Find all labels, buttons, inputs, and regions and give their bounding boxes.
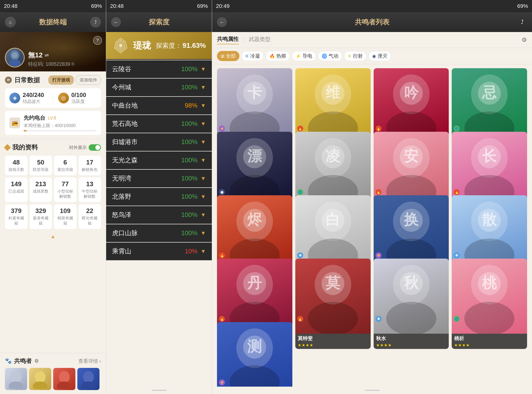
stats-grid-2: 149 已达成就 213 成就星数 77 小型信标解锁数 13 中型信标解锁数: [5, 177, 101, 202]
tab-resonance-attr[interactable]: 共鸣属性: [217, 35, 239, 44]
attr-badge-10: ⚡: [376, 252, 382, 258]
crystal-value: 240/240: [23, 92, 44, 98]
share-button-1[interactable]: ⤴: [90, 17, 101, 28]
dark-icon: ◉: [372, 53, 376, 59]
resonator-stars-14: ★★★★: [376, 343, 447, 347]
resonator-info-14: 秋水 ★★★★: [374, 334, 449, 349]
resonator-thumb-1[interactable]: [29, 368, 51, 390]
star-icon: ★: [388, 343, 391, 347]
expl-item-huangshi[interactable]: 荒石高地 100% ▼: [106, 115, 212, 133]
expand-indicator[interactable]: ▲: [5, 231, 101, 242]
expl-item-pct-5: 100%: [181, 156, 198, 164]
expl-item-beiluo[interactable]: 北落野 100% ▼: [106, 188, 212, 206]
star-icon: ★: [310, 343, 313, 347]
profile-section: 我的资料 对外展示 48 游戏天数 50 联觉等级 6 索拉等级 17 解锁: [0, 139, 106, 353]
scroll-indicator-2: [106, 387, 212, 394]
expl-item-name-8: 怒鸟泽: [112, 211, 131, 219]
resonator-portrait-15: 桃 🌀: [452, 259, 527, 334]
expl-item-chengxiao[interactable]: 乘霄山 10% ▼: [106, 243, 212, 260]
resonators-header: 🐾 共鸣者 ⚙ 查看详情 ›: [5, 357, 101, 365]
back-button-2[interactable]: ←: [111, 17, 121, 27]
stat-days-label: 游戏天数: [7, 167, 26, 172]
resonator-grid: 卡 ⚡ 卡卡罗 ★★★★★ 维 🔥 维里奈 ★★★★★: [212, 64, 532, 387]
help-button[interactable]: ?: [93, 36, 102, 45]
home-button[interactable]: ⌂: [5, 17, 16, 28]
expl-item-name-7: 北落野: [112, 192, 131, 201]
expl-item-jinzhou[interactable]: 今州城 100% ▼: [106, 79, 212, 96]
attr-filter-ray[interactable]: ✦ 衍射: [344, 51, 366, 61]
attr-badge-4: ◉: [219, 189, 225, 195]
resonator-name-13: 莫特斐: [298, 335, 368, 342]
settings-gear-icon[interactable]: ⚙: [522, 36, 527, 43]
radio-name: 先约电台: [24, 114, 45, 122]
attr-badge-13: 🔥: [297, 316, 303, 322]
add-widget-button[interactable]: 添加组件: [76, 75, 101, 85]
up-chevron-icon[interactable]: ▲: [48, 233, 58, 239]
scroll-indicator-3: [212, 387, 532, 394]
open-game-button[interactable]: 打开游戏: [48, 75, 74, 85]
svg-text:长: 长: [482, 148, 497, 164]
stat-card-box3: 109 精密奇藏箱: [54, 204, 77, 229]
panel2-header: ← 探索度: [106, 12, 212, 32]
expl-item-hukou[interactable]: 虎口山脉 100% ▼: [106, 224, 212, 242]
expl-item-name-3: 荒石高地: [112, 119, 138, 128]
stat-card-box1: 379 朴素奇藏箱: [5, 204, 28, 229]
resonator-gear-icon[interactable]: ⚙: [34, 358, 39, 364]
chevron-down-icon-0: ▼: [200, 66, 206, 72]
star-icon: ★: [380, 343, 383, 347]
attr-filter-cold[interactable]: ❄ 冷凝: [241, 51, 264, 61]
toggle-label: 对外展示: [69, 145, 87, 150]
star-icon: ★: [376, 343, 380, 347]
chevron-down-icon-3: ▼: [200, 121, 206, 127]
status-bar-3: 20:49 69%: [212, 0, 532, 12]
attr-filter-heat[interactable]: 🔥 热熔: [266, 51, 290, 61]
resonator-card-14[interactable]: 秋 ❄ 秋水 ★★★★: [374, 259, 449, 349]
resonator-thumb-2[interactable]: [53, 368, 75, 390]
attr-filter-dark[interactable]: ◉ 湮灭: [368, 51, 391, 61]
attr-badge-1: 🔥: [297, 126, 303, 131]
stat-achieve-value: 149: [7, 180, 26, 188]
attr-filter-elec[interactable]: ⚡ 导电: [292, 51, 316, 61]
resonator-thumb-3[interactable]: [77, 368, 100, 390]
chevron-down-icon-1: ▼: [200, 84, 206, 91]
activity-label: 活跃度: [71, 98, 86, 104]
resonators-detail-link[interactable]: 查看详情 ›: [78, 358, 101, 364]
svg-text:换: 换: [404, 211, 419, 228]
resonator-card-16[interactable]: 测 ⚡ 测武 ★★★★: [217, 322, 292, 387]
expl-item-guixu[interactable]: 归墟港市 100% ▼: [106, 133, 212, 151]
expl-item-wuming[interactable]: 无明湾 100% ▼: [106, 170, 212, 187]
resonator-card-13[interactable]: 莫 🔥 莫特斐 ★★★★: [295, 259, 371, 349]
tab-weapon-type[interactable]: 武器类型: [249, 36, 270, 44]
svg-text:忌: 忌: [482, 84, 497, 101]
share-button-3[interactable]: ⤴: [517, 17, 527, 27]
attr-filter-wind[interactable]: 🌀 气动: [318, 51, 342, 61]
resonator-card-15[interactable]: 桃 🌀 桃祈 ★★★★: [452, 259, 527, 349]
attr-badge-0: ⚡: [219, 126, 225, 131]
panel3-title: 共鸣者列表: [227, 17, 517, 27]
panel-resonators: 20:49 69% ← 共鸣者列表 ⤴ 共鸣属性 武器类型 ⚙ ⊞ 全部 ❄ 冷…: [212, 0, 532, 394]
chevron-down-icon-8: ▼: [200, 212, 206, 218]
exp-bar: [24, 130, 97, 131]
status-bar-2: 20:48 69%: [106, 0, 212, 12]
expl-item-name-6: 无明湾: [112, 174, 131, 183]
expl-item-yunling[interactable]: 云陵谷 100% ▼: [106, 60, 212, 78]
avatar: [5, 48, 25, 67]
stat-card-unlock: 17 解锁角色: [79, 156, 101, 175]
resonator-paw-icon: 🐾: [5, 358, 12, 364]
attr-filter-all[interactable]: ⊞ 全部: [217, 51, 239, 61]
time-2: 20:48: [110, 3, 124, 9]
expl-rate-label: 探索度：: [156, 42, 182, 49]
expl-item-zhongqu[interactable]: 中曲台地 98% ▼: [106, 97, 212, 115]
attr-badge-3: 🌀: [454, 126, 460, 131]
svg-point-5: [35, 371, 46, 383]
resonator-thumb-0[interactable]: [5, 368, 27, 390]
public-toggle[interactable]: [89, 144, 101, 151]
activity-icon: ◎: [58, 93, 69, 103]
expl-item-wuguang[interactable]: 无光之森 100% ▼: [106, 151, 212, 169]
svg-point-7: [59, 371, 70, 383]
chevron-down-icon-10: ▼: [200, 248, 206, 255]
grid-icon: ⊞: [221, 53, 224, 59]
expl-item-nuniao[interactable]: 怒鸟泽 100% ▼: [106, 206, 212, 224]
back-button-3[interactable]: ←: [217, 17, 227, 27]
exploration-map-icon: [112, 37, 129, 54]
